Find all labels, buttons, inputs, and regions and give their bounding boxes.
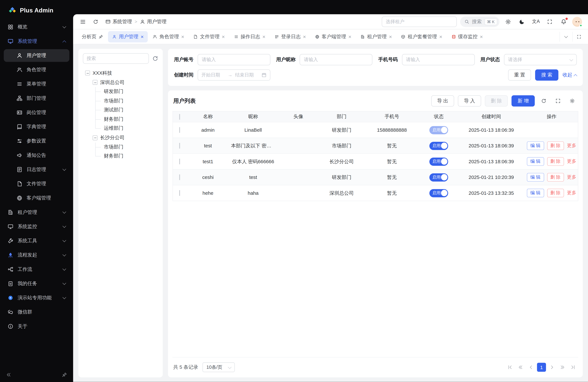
pin-icon[interactable] [99,34,103,39]
row-checkbox[interactable] [179,190,180,196]
refresh-page-icon[interactable] [90,16,101,27]
breadcrumb-parent[interactable]: 系统管理 [105,18,132,25]
more-actions-link[interactable]: 更多 [567,143,576,149]
table-fullscreen-icon[interactable] [553,96,563,106]
reset-button[interactable]: 重 置 [508,69,531,81]
sidebar-item-system-tools[interactable]: 系统工具 [4,234,69,247]
next-page-button[interactable] [547,363,556,372]
forward-pages-button[interactable] [558,363,567,372]
status-toggle[interactable]: 启用 [429,173,448,182]
nickname-input[interactable] [300,54,372,65]
delete-row-button[interactable]: 删 除 [547,157,564,166]
tab-cache-monitor[interactable]: 缓存监控 × [447,31,487,42]
user-avatar[interactable] [572,17,582,26]
sidebar-item-overview[interactable]: 概览 [4,21,69,33]
sidebar-item-log-management[interactable]: 日志管理 [4,163,69,176]
more-actions-link[interactable]: 更多 [567,158,576,165]
sidebar-item-user-management[interactable]: 用户管理 [4,49,69,62]
tab-user-management[interactable]: 用户管理 × [108,31,148,42]
tab-file-management[interactable]: 文件管理 × [189,31,229,42]
tree-expand-toggle[interactable] [85,71,90,75]
sidebar-item-notice[interactable]: 通知公告 [4,149,69,162]
breadcrumb-current[interactable]: 用户管理 [140,18,167,25]
translate-icon[interactable]: 文A [531,16,541,27]
sidebar-item-post-management[interactable]: 岗位管理 [4,106,69,119]
edit-button[interactable]: 编 辑 [527,189,544,197]
account-input[interactable] [198,54,270,65]
sidebar-item-client-management[interactable]: 客户端管理 [4,192,69,204]
tab-client-management[interactable]: 客户端管理 × [311,31,356,42]
tree-leaf[interactable]: 财务部门 [83,115,158,124]
tree-node-root[interactable]: XXX科技 [83,68,158,78]
content-fullscreen-icon[interactable] [572,32,585,42]
tab-operation-log[interactable]: 操作日志 × [230,31,270,42]
sidebar-item-wechat-group[interactable]: 微信群 [4,306,69,318]
tree-expand-toggle[interactable] [93,80,98,85]
fullscreen-icon[interactable] [545,16,555,27]
first-page-button[interactable] [505,363,514,372]
settings-gear-icon[interactable] [503,16,513,27]
tree-node-branch[interactable]: 长沙分公司 [83,133,158,142]
tree-expand-toggle[interactable] [93,135,98,140]
back-pages-button[interactable] [516,363,525,372]
tree-refresh-icon[interactable] [152,56,158,62]
export-button[interactable]: 导 出 [431,95,454,106]
more-actions-link[interactable]: 更多 [567,174,576,180]
sidebar-item-my-tasks[interactable]: 我的任务 [4,277,69,290]
sidebar-item-tenant-management[interactable]: 租户管理 [4,206,69,219]
sidebar-item-param-settings[interactable]: 参数设置 [4,135,69,147]
tree-leaf[interactable]: 市场部门 [83,142,158,151]
sidebar-item-demo-features[interactable]: 演示站专用功能 [4,292,69,304]
search-button[interactable]: 搜 索 [535,69,558,81]
close-icon[interactable]: × [480,34,483,39]
global-search[interactable]: 搜索 ⌘ K [460,16,500,27]
sidebar-item-role-management[interactable]: 角色管理 [4,64,69,76]
delete-row-button[interactable]: 删 除 [547,189,564,197]
more-actions-link[interactable]: 更多 [567,190,576,196]
tenant-select-input[interactable] [381,16,457,27]
status-toggle[interactable]: 启用 [429,189,448,197]
prev-page-button[interactable] [526,363,535,372]
sidebar-item-system-monitor[interactable]: 系统监控 [4,220,69,233]
row-checkbox[interactable] [179,159,180,164]
sidebar-item-file-management[interactable]: 文件管理 [4,177,69,190]
close-icon[interactable]: × [303,34,306,39]
close-icon[interactable]: × [348,34,352,39]
phone-input[interactable] [402,54,475,65]
sidebar-item-dept-management[interactable]: 部门管理 [4,92,69,105]
sidebar-item-menu-management[interactable]: 菜单管理 [4,78,69,90]
table-settings-gear-icon[interactable] [567,96,577,106]
sidebar-item-workflow[interactable]: 工作流 [4,263,69,276]
collapse-sidebar-icon[interactable] [6,372,11,377]
tree-node-branch[interactable]: 深圳总公司 [83,78,158,87]
tab-tenant-package-management[interactable]: 租户套餐管理 × [397,31,446,42]
select-all-checkbox[interactable] [179,114,180,119]
import-button[interactable]: 导 入 [458,95,481,106]
tree-leaf[interactable]: 财务部门 [83,152,158,161]
status-toggle[interactable]: 启用 [429,142,448,150]
status-toggle[interactable]: 启用 [429,126,448,134]
date-range-picker[interactable]: 开始日期 → 结束日期 [198,69,270,81]
delete-row-button[interactable]: 删 除 [547,142,564,150]
close-icon[interactable]: × [439,34,442,39]
hamburger-menu-icon[interactable] [78,16,88,27]
notifications-bell-icon[interactable] [558,16,569,27]
status-select[interactable]: 请选择 [504,54,577,65]
sidebar-item-system[interactable]: 系统管理 [4,35,69,48]
tree-search-input[interactable] [83,53,149,64]
close-icon[interactable]: × [222,34,225,39]
sidebar-item-dict-management[interactable]: 字典管理 [4,120,69,133]
delete-row-button[interactable]: 删 除 [547,173,564,182]
row-checkbox[interactable] [179,127,180,133]
tab-login-log[interactable]: 登录日志 × [270,31,310,42]
sidebar-item-process-start[interactable]: 流程发起 [4,249,69,261]
page-size-select[interactable]: 10条/页 [203,362,235,372]
tabs-dropdown-chevron-icon[interactable] [560,32,572,42]
close-icon[interactable]: × [389,34,392,39]
edit-button[interactable]: 编 辑 [527,173,544,182]
edit-button[interactable]: 编 辑 [527,157,544,166]
collapse-filters-link[interactable]: 收起 [563,72,577,78]
pin-icon[interactable] [62,372,67,377]
tab-role-management[interactable]: 角色管理 × [149,31,189,42]
tree-leaf[interactable]: 市场部门 [83,96,158,106]
